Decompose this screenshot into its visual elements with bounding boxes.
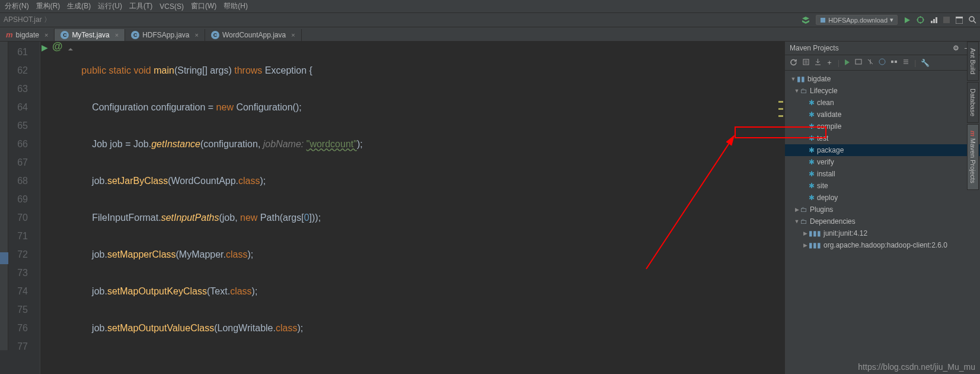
coverage-icon[interactable]	[930, 17, 937, 24]
tab-hdfsapp[interactable]: CHDFSApp.java×	[125, 29, 205, 41]
wrench-icon[interactable]: 🔧	[921, 59, 930, 67]
menu-item[interactable]: 重构(R)	[36, 1, 60, 11]
execute-icon[interactable]	[855, 58, 862, 67]
close-icon[interactable]: ×	[291, 31, 295, 39]
right-tool-tabs: Ant Build Database m Maven Projects	[967, 42, 980, 191]
folder-icon: 🗀	[800, 205, 807, 214]
main-menu-bar[interactable]: 分析(N) 重构(R) 生成(B) 运行(U) 工具(T) VCS(S) 窗口(…	[0, 0, 980, 13]
tab-wordcountapp[interactable]: CWordCountApp.java×	[205, 29, 302, 41]
library-icon: ▮▮▮	[809, 241, 821, 249]
warning-marker[interactable]	[778, 115, 783, 117]
java-file-icon: C	[60, 31, 69, 39]
warning-marker[interactable]	[778, 108, 783, 110]
skip-tests-icon[interactable]	[879, 58, 886, 67]
java-file-icon: C	[131, 31, 139, 39]
add-icon[interactable]: ＋	[826, 58, 833, 68]
tab-mytest[interactable]: CMyTest.java×	[55, 29, 125, 41]
warning-marker[interactable]	[778, 101, 783, 103]
toggle-offline-icon[interactable]	[867, 58, 874, 67]
gear-icon: ✱	[809, 146, 815, 154]
close-icon[interactable]: ×	[195, 31, 199, 39]
gear-icon[interactable]: ⚙	[953, 44, 959, 52]
lifecycle-verify[interactable]: ✱verify	[785, 156, 980, 168]
collapse-icon[interactable]	[68, 44, 74, 55]
svg-rect-0	[821, 18, 825, 23]
library-icon: ▮▮▮	[809, 229, 821, 237]
folder-icon: 🗀	[800, 87, 807, 95]
run-maven-icon[interactable]	[844, 59, 850, 67]
menu-item[interactable]: VCS(S)	[159, 2, 184, 11]
run-config-label: HDFSApp.download	[828, 17, 888, 24]
tab-bigdate[interactable]: mbigdate×	[0, 28, 55, 41]
svg-rect-9	[803, 59, 809, 65]
override-icon[interactable]: @	[52, 40, 63, 53]
java-file-icon: C	[211, 31, 219, 39]
maven-module-icon: ▮▮	[797, 75, 805, 83]
run-icon[interactable]	[904, 17, 911, 24]
toolbar: APSHOT.jar 〉 HDFSApp.download ▾	[0, 13, 980, 27]
menu-item[interactable]: 工具(T)	[129, 1, 152, 11]
maven-toolbar: ＋ | | 🔧	[785, 55, 980, 71]
maven-tree[interactable]: ▼▮▮bigdate ▼🗀Lifecycle ✱clean ✱validate …	[785, 71, 980, 374]
panel-title: Maven Projects	[790, 44, 839, 52]
sidetab-maven[interactable]: m Maven Projects	[967, 124, 979, 190]
build-icon[interactable]	[802, 16, 810, 24]
collapse-all-icon[interactable]	[902, 58, 909, 67]
lifecycle-package[interactable]: ✱package	[785, 144, 980, 156]
menu-item[interactable]: 分析(N)	[5, 1, 29, 11]
dependency-item[interactable]: ▶▮▮▮junit:junit:4.12	[785, 227, 980, 239]
code-area[interactable]: public static void main(String[] args) t…	[40, 42, 363, 374]
gear-icon: ✱	[809, 99, 815, 107]
menu-item[interactable]: 帮助(H)	[224, 1, 248, 11]
svg-rect-2	[931, 21, 933, 23]
lifecycle-compile[interactable]: ✱compile	[785, 121, 980, 132]
tab-label: WordCountApp.java	[222, 31, 286, 39]
gear-icon: ✱	[809, 122, 815, 131]
maven-panel-header: Maven Projects ⚙ —	[785, 42, 980, 55]
run-config-selector[interactable]: HDFSApp.download ▾	[816, 15, 898, 25]
lifecycle-validate[interactable]: ✱validate	[785, 109, 980, 121]
svg-rect-3	[933, 19, 935, 23]
dependency-item[interactable]: ▶▮▮▮org.apache.hadoop:hadoop-client:2.6.…	[785, 239, 980, 251]
watermark: https://blog.csdn.net/jiu_Mu_mu	[858, 362, 975, 372]
svg-rect-5	[943, 17, 950, 23]
error-stripe[interactable]	[777, 42, 783, 338]
main-area: 6162636465666768697071727374757677 ▶ @ p…	[0, 42, 980, 374]
lifecycle-deploy[interactable]: ✱deploy	[785, 192, 980, 204]
lifecycle-node[interactable]: ▼🗀Lifecycle	[785, 85, 980, 97]
dependencies-node[interactable]: ▼🗀Dependencies	[785, 215, 980, 227]
menu-item[interactable]: 窗口(W)	[191, 1, 216, 11]
search-icon[interactable]	[969, 16, 976, 24]
gutter-run-icon[interactable]: ▶	[42, 43, 48, 52]
svg-rect-10	[855, 59, 861, 64]
show-deps-icon[interactable]	[890, 58, 898, 67]
sidetab-database[interactable]: Database	[967, 82, 979, 123]
breadcrumb[interactable]: APSHOT.jar 〉	[4, 15, 51, 25]
lifecycle-test[interactable]: ✱test	[785, 132, 980, 144]
folder-icon: 🗀	[800, 217, 807, 226]
plugins-node[interactable]: ▶🗀Plugins	[785, 204, 980, 215]
tab-label: MyTest.java	[72, 31, 109, 39]
layout-icon[interactable]	[956, 17, 963, 24]
svg-point-11	[879, 59, 885, 65]
close-icon[interactable]: ×	[115, 31, 119, 39]
chevron-down-icon: ▾	[890, 16, 893, 24]
code-editor[interactable]: 6162636465666768697071727374757677 ▶ @ p…	[0, 42, 784, 374]
menu-item[interactable]: 运行(U)	[98, 1, 122, 11]
lifecycle-install[interactable]: ✱install	[785, 168, 980, 180]
gear-icon: ✱	[809, 110, 815, 119]
maven-panel: Maven Projects ⚙ — ＋ | | 🔧 ▼▮▮bigdate ▼🗀…	[784, 42, 980, 374]
download-icon[interactable]	[815, 58, 821, 68]
refresh-icon[interactable]	[790, 58, 797, 68]
maven-project-node[interactable]: ▼▮▮bigdate	[785, 73, 980, 85]
debug-icon[interactable]	[917, 16, 924, 24]
stop-icon[interactable]	[943, 17, 950, 23]
left-tool-strip[interactable]	[0, 42, 8, 350]
sidetab-ant-build[interactable]: Ant Build	[967, 42, 979, 81]
menu-item[interactable]: 生成(B)	[67, 1, 91, 11]
close-icon[interactable]: ×	[44, 31, 48, 39]
lifecycle-clean[interactable]: ✱clean	[785, 97, 980, 109]
svg-rect-13	[895, 61, 897, 63]
generate-sources-icon[interactable]	[802, 58, 810, 68]
lifecycle-site[interactable]: ✱site	[785, 180, 980, 192]
